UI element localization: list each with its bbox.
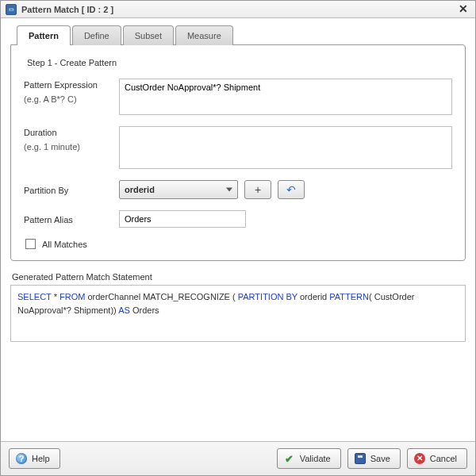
validate-button-label: Validate — [300, 454, 331, 463]
titlebar: ▭ Pattern Match [ ID : 2 ] ✕ — [1, 1, 475, 18]
app-icon: ▭ — [6, 4, 17, 15]
hint-duration: (e.g. 1 minute) — [24, 142, 119, 152]
sql-kw-select: SELECT — [17, 292, 52, 301]
undo-icon: ↶ — [286, 183, 296, 196]
dropdown-partition-by[interactable]: orderid — [119, 180, 238, 199]
cancel-button[interactable]: ✕ Cancel — [407, 448, 467, 469]
sql-partition-tail: orderid — [298, 292, 329, 301]
cancel-button-label: Cancel — [430, 454, 457, 463]
sql-kw-from: FROM — [60, 292, 85, 301]
label-partition-by: Partition By — [24, 184, 119, 195]
check-icon: ✔ — [284, 453, 295, 464]
undo-partition-button[interactable]: ↶ — [278, 180, 305, 199]
dropdown-partition-by-value: orderid — [125, 185, 155, 194]
step-title: Step 1 - Create Pattern — [27, 58, 452, 67]
row-partition-by: Partition By orderid + ↶ — [24, 180, 452, 199]
label-pattern-expression-text: Pattern Expression — [24, 80, 119, 90]
checkbox-all-matches[interactable] — [25, 239, 36, 249]
dialog-title: Pattern Match [ ID : 2 ] — [21, 5, 456, 14]
chevron-down-icon — [226, 188, 232, 192]
row-pattern-expression: Pattern Expression (e.g. A B*? C) — [24, 79, 452, 115]
label-pattern-expression: Pattern Expression (e.g. A B*? C) — [24, 79, 119, 115]
save-button[interactable]: Save — [347, 448, 401, 469]
sql-star: * — [52, 292, 60, 301]
row-duration: Duration (e.g. 1 minute) — [24, 126, 452, 169]
tab-measure[interactable]: Measure — [175, 25, 233, 45]
tab-panel-pattern: Step 1 - Create Pattern Pattern Expressi… — [10, 44, 466, 261]
tab-pattern[interactable]: Pattern — [17, 25, 71, 45]
tabbar: Pattern Define Subset Measure — [17, 25, 466, 44]
dialog-body: Pattern Define Subset Measure Step 1 - C… — [1, 18, 475, 441]
tab-define[interactable]: Define — [72, 25, 121, 45]
input-pattern-expression[interactable] — [119, 79, 452, 115]
sql-as-tail: Orders — [130, 305, 159, 315]
add-partition-button[interactable]: + — [244, 180, 271, 199]
row-all-matches: All Matches — [25, 239, 452, 249]
label-duration-text: Duration — [24, 128, 119, 137]
help-button-label: Help — [32, 454, 50, 463]
generated-statement-box[interactable]: SELECT * FROM orderChannel MATCH_RECOGNI… — [10, 285, 466, 342]
validate-button[interactable]: ✔ Validate — [277, 448, 341, 469]
row-pattern-alias: Pattern Alias — [24, 210, 452, 228]
label-all-matches: All Matches — [42, 240, 87, 249]
label-duration: Duration (e.g. 1 minute) — [24, 126, 119, 169]
help-icon: ? — [16, 453, 27, 464]
hint-pattern-expression: (e.g. A B*? C) — [24, 94, 119, 104]
sql-kw-as: AS — [118, 305, 130, 315]
label-generated-statement: Generated Pattern Match Statement — [12, 272, 466, 282]
sql-kw-pattern: PATTERN — [329, 292, 369, 301]
sql-kw-partition: PARTITION BY — [238, 292, 298, 301]
cancel-icon: ✕ — [414, 453, 425, 464]
save-icon — [355, 453, 366, 464]
help-button[interactable]: ? Help — [9, 448, 60, 469]
tab-subset[interactable]: Subset — [123, 25, 174, 45]
input-pattern-alias[interactable] — [119, 210, 246, 228]
pattern-match-dialog: ▭ Pattern Match [ ID : 2 ] ✕ Pattern Def… — [0, 0, 476, 476]
save-button-label: Save — [370, 454, 390, 463]
dialog-footer: ? Help ✔ Validate Save ✕ Cancel — [1, 441, 475, 475]
label-pattern-alias: Pattern Alias — [24, 213, 119, 225]
close-button[interactable]: ✕ — [456, 2, 470, 17]
plus-icon: + — [255, 183, 261, 196]
input-duration[interactable] — [119, 126, 452, 169]
sql-from-tail: orderChannel MATCH_RECOGNIZE ( — [85, 292, 237, 301]
